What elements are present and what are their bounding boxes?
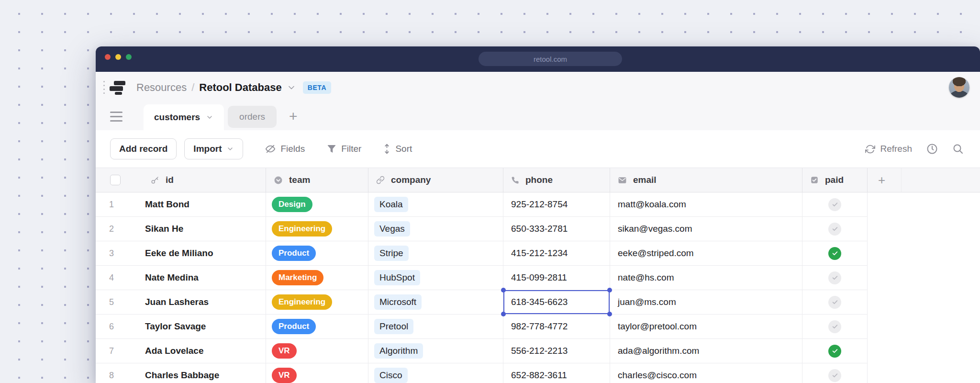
cell-id[interactable]: 5 Juan Lasheras — [96, 290, 266, 315]
cell-team[interactable]: VR — [266, 339, 368, 363]
cell-id[interactable]: 7 Ada Lovelace — [96, 339, 266, 363]
cell-phone[interactable]: 556-212-2213 — [503, 339, 610, 363]
cell-team[interactable]: Design — [266, 192, 368, 217]
column-header-id[interactable]: id — [96, 168, 266, 192]
cell-email[interactable]: matt@koala.com — [610, 192, 802, 217]
clock-icon[interactable] — [926, 143, 938, 155]
cell-id[interactable]: 8 Charles Babbage — [96, 363, 266, 383]
team-badge: VR — [272, 368, 297, 383]
column-header-company[interactable]: company — [368, 168, 503, 192]
breadcrumb-current[interactable]: Retool Database — [199, 81, 281, 94]
search-icon[interactable] — [952, 143, 964, 155]
import-button[interactable]: Import — [184, 138, 243, 159]
cell-company[interactable]: Microsoft — [368, 290, 503, 315]
tab-orders[interactable]: orders — [228, 106, 277, 128]
cell-email[interactable]: charles@cisco.com — [610, 363, 802, 383]
cell-phone[interactable]: 415-099-2811 — [503, 266, 610, 290]
table-row: 4 Nate Medina Marketing HubSpot 415-099-… — [96, 266, 980, 290]
cell-company[interactable]: Koala — [368, 192, 503, 217]
cell-team[interactable]: Product — [266, 315, 368, 339]
cell-email[interactable]: ada@algorithm.com — [610, 339, 802, 363]
fields-button[interactable]: Fields — [265, 144, 305, 154]
cell-email-text: juan@ms.com — [618, 297, 676, 307]
drag-handle-icon[interactable] — [103, 81, 105, 94]
table-row: 2 Sikan He Engineering Vegas 650-333-278… — [96, 217, 980, 241]
table-row: 7 Ada Lovelace VR Algorithm 556-212-2213… — [96, 339, 980, 363]
minimize-window-icon[interactable] — [115, 54, 121, 60]
cell-email[interactable]: taylor@pretool.com — [610, 315, 802, 339]
cell-id[interactable]: 2 Sikan He — [96, 217, 266, 241]
cell-phone[interactable]: 982-778-4772 — [503, 315, 610, 339]
chevron-down-icon[interactable] — [287, 83, 296, 92]
cell-company[interactable]: Stripe — [368, 241, 503, 266]
sort-button[interactable]: Sort — [383, 143, 412, 155]
select-all-checkbox[interactable] — [110, 175, 121, 185]
selection-handle[interactable] — [501, 312, 506, 316]
filter-button[interactable]: Filter — [327, 144, 361, 154]
link-icon — [376, 176, 385, 184]
cell-email-text: eeke@striped.com — [618, 248, 694, 259]
column-header-paid[interactable]: paid — [802, 168, 868, 192]
cell-phone[interactable]: 415-212-1234 — [503, 241, 610, 266]
cell-company[interactable]: HubSpot — [368, 266, 503, 290]
cell-team[interactable]: Product — [266, 241, 368, 266]
cell-email[interactable]: nate@hs.com — [610, 266, 802, 290]
cell-paid[interactable] — [802, 363, 868, 383]
cell-email[interactable]: juan@ms.com — [610, 290, 802, 315]
cell-email[interactable]: sikan@vegas.com — [610, 217, 802, 241]
url-bar[interactable]: retool.com — [479, 52, 622, 66]
breadcrumb-root[interactable]: Resources — [136, 81, 187, 94]
cell-paid[interactable] — [802, 266, 868, 290]
cell-name-text: Matt Bond — [145, 199, 189, 210]
menu-icon[interactable] — [110, 112, 122, 122]
cell-company[interactable]: Algorithm — [368, 339, 503, 363]
cell-team[interactable]: VR — [266, 363, 368, 383]
cell-paid[interactable] — [802, 217, 868, 241]
add-column-button[interactable]: + — [868, 168, 902, 192]
avatar[interactable] — [949, 77, 969, 98]
cell-email-text: matt@koala.com — [618, 199, 686, 210]
selection-handle[interactable] — [501, 288, 506, 293]
cell-id[interactable]: 6 Taylor Savage — [96, 315, 266, 339]
cell-id[interactable]: 3 Eeke de Miliano — [96, 241, 266, 266]
cell-id[interactable]: 4 Nate Medina — [96, 266, 266, 290]
cell-team[interactable]: Marketing — [266, 266, 368, 290]
cell-paid[interactable] — [802, 339, 868, 363]
cell-team[interactable]: Engineering — [266, 217, 368, 241]
cell-paid[interactable] — [802, 290, 868, 315]
cell-company[interactable]: Vegas — [368, 217, 503, 241]
company-chip: Cisco — [374, 368, 408, 383]
cell-phone[interactable]: 650-333-2781 — [503, 217, 610, 241]
cell-phone[interactable]: 652-882-3611 — [503, 363, 610, 383]
cell-empty — [868, 241, 980, 266]
refresh-button[interactable]: Refresh — [865, 144, 912, 154]
refresh-icon — [865, 144, 875, 154]
cell-email[interactable]: eeke@striped.com — [610, 241, 802, 266]
cell-phone[interactable]: 618-345-6623 — [503, 290, 610, 315]
row-number: 1 — [109, 200, 119, 210]
add-record-button[interactable]: Add record — [110, 138, 177, 159]
cell-id[interactable]: 1 Matt Bond — [96, 192, 266, 217]
close-window-icon[interactable] — [105, 54, 111, 60]
tab-label: customers — [154, 112, 200, 123]
column-header-team[interactable]: team — [266, 168, 368, 192]
cell-paid[interactable] — [802, 315, 868, 339]
column-header-email[interactable]: email — [610, 168, 802, 192]
selection-handle[interactable] — [607, 288, 612, 293]
add-tab-button[interactable]: + — [289, 109, 298, 124]
cell-paid[interactable] — [802, 241, 868, 266]
cell-name-text: Charles Babbage — [145, 370, 219, 381]
company-chip: Vegas — [374, 221, 410, 237]
zoom-window-icon[interactable] — [126, 54, 132, 60]
selection-handle[interactable] — [607, 312, 612, 316]
cell-empty — [868, 290, 980, 315]
retool-app: Resources / Retool Database BETA custome… — [96, 72, 980, 383]
column-header-phone[interactable]: phone — [503, 168, 610, 192]
cell-company[interactable]: Pretool — [368, 315, 503, 339]
row-number: 6 — [109, 322, 119, 332]
cell-team[interactable]: Engineering — [266, 290, 368, 315]
tab-customers[interactable]: customers — [144, 104, 224, 130]
cell-company[interactable]: Cisco — [368, 363, 503, 383]
cell-phone[interactable]: 925-212-8754 — [503, 192, 610, 217]
cell-paid[interactable] — [802, 192, 868, 217]
